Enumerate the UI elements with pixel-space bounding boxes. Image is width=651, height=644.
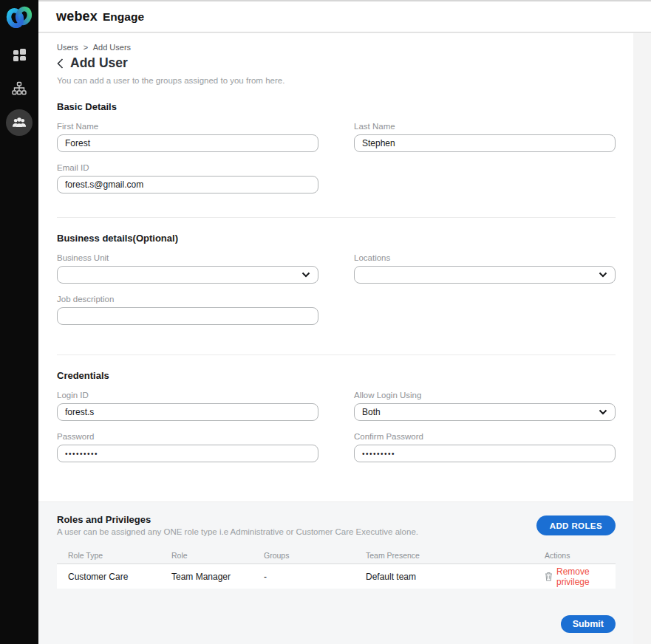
remove-privilege-button[interactable]: Remove privilege	[534, 566, 616, 587]
login-id-group: Login ID	[57, 390, 318, 421]
allow-login-select[interactable]: Both	[354, 403, 616, 421]
cell-role: Team Manager	[160, 572, 253, 582]
business-unit-label: Business Unit	[57, 253, 318, 263]
chevron-down-icon	[599, 409, 607, 415]
submit-button[interactable]: Submit	[561, 615, 616, 633]
email-label: Email ID	[57, 162, 318, 173]
first-name-label: First Name	[57, 121, 318, 131]
col-actions: Actions	[534, 551, 616, 560]
confirm-password-field[interactable]	[354, 445, 616, 462]
brand-engage: Engage	[103, 10, 144, 24]
job-description-group: Job description	[57, 294, 318, 325]
sidebar-item-org[interactable]	[6, 75, 33, 102]
breadcrumb-separator: >	[83, 43, 88, 52]
main-content: Users > Add Users Add User You can add a…	[38, 33, 633, 644]
roles-table-header: Role Type Role Groups Team Presence Acti…	[57, 547, 616, 564]
chevron-down-icon	[599, 272, 607, 278]
business-details-grid: Business Unit Locations Job	[57, 253, 616, 325]
org-chart-icon	[12, 81, 27, 96]
login-id-field[interactable]	[57, 403, 318, 421]
section-divider	[57, 354, 616, 355]
breadcrumb-add-users[interactable]: Add Users	[93, 43, 131, 52]
remove-privilege-label: Remove privilege	[556, 566, 616, 587]
trash-icon	[545, 572, 553, 581]
add-roles-button[interactable]: ADD ROLES	[536, 515, 616, 535]
password-group: Password	[57, 431, 318, 462]
section-divider	[57, 217, 616, 218]
page-subtitle: You can add a user to the groups assigne…	[57, 76, 616, 85]
webex-logo[interactable]	[0, 0, 38, 35]
cell-role-type: Customer Care	[57, 572, 160, 582]
business-unit-group: Business Unit	[57, 253, 318, 284]
form-content: Users > Add Users Add User You can add a…	[38, 33, 633, 462]
last-name-label: Last Name	[354, 121, 616, 131]
last-name-field[interactable]	[354, 134, 616, 152]
locations-group: Locations	[354, 253, 616, 284]
cell-team-presence: Default team	[355, 572, 534, 582]
roles-table: Role Type Role Groups Team Presence Acti…	[57, 547, 616, 589]
email-field[interactable]	[57, 176, 318, 193]
credentials-grid: Login ID Allow Login Using Both Password…	[57, 390, 616, 462]
email-group: Email ID	[57, 162, 318, 193]
brand-webex: webex	[56, 9, 98, 24]
breadcrumb-users[interactable]: Users	[57, 43, 78, 52]
chevron-down-icon	[301, 272, 310, 278]
business-unit-select[interactable]	[57, 266, 318, 284]
breadcrumb: Users > Add Users	[57, 43, 616, 52]
basic-details-heading: Basic Details	[57, 101, 616, 112]
login-id-label: Login ID	[57, 390, 318, 400]
roles-header: Roles and Privileges A user can be assig…	[57, 514, 616, 536]
basic-details-grid: First Name Last Name Email ID	[57, 121, 616, 193]
col-groups: Groups	[253, 551, 355, 560]
title-row: Add User	[57, 55, 616, 71]
cell-groups: -	[253, 572, 355, 582]
col-role-type: Role Type	[57, 551, 160, 560]
submit-row: Submit	[57, 615, 616, 633]
table-row: Customer Care Team Manager - Default tea…	[57, 564, 616, 589]
sidebar-item-dashboard[interactable]	[6, 41, 33, 68]
roles-section: Roles and Privileges A user can be assig…	[38, 501, 633, 644]
first-name-group: First Name	[57, 121, 318, 152]
roles-heading: Roles and Privileges	[57, 514, 418, 525]
back-chevron-icon[interactable]	[57, 57, 67, 70]
allow-login-label: Allow Login Using	[354, 390, 616, 400]
business-details-heading: Business details(Optional)	[57, 233, 616, 244]
credentials-heading: Credentials	[57, 370, 616, 381]
sidebar-nav	[6, 41, 33, 143]
team-icon	[11, 116, 27, 129]
col-team-presence: Team Presence	[355, 551, 534, 560]
locations-select[interactable]	[354, 266, 616, 284]
col-role: Role	[160, 551, 253, 560]
page-title: Add User	[70, 55, 128, 71]
job-description-field[interactable]	[57, 307, 318, 325]
password-label: Password	[57, 431, 318, 442]
grid-icon	[13, 48, 27, 62]
sidebar-item-users[interactable]	[6, 109, 33, 136]
top-header: webex Engage	[38, 0, 651, 32]
allow-login-value: Both	[362, 407, 381, 417]
locations-label: Locations	[354, 253, 616, 263]
last-name-group: Last Name	[354, 121, 616, 152]
allow-login-group: Allow Login Using Both	[354, 390, 616, 421]
first-name-field[interactable]	[57, 134, 318, 152]
roles-subtitle: A user can be assigned any ONE role type…	[57, 527, 418, 536]
job-description-label: Job description	[57, 294, 318, 304]
confirm-password-label: Confirm Password	[354, 431, 616, 442]
sidebar	[0, 0, 38, 644]
password-field[interactable]	[57, 445, 318, 462]
confirm-password-group: Confirm Password	[354, 431, 616, 462]
